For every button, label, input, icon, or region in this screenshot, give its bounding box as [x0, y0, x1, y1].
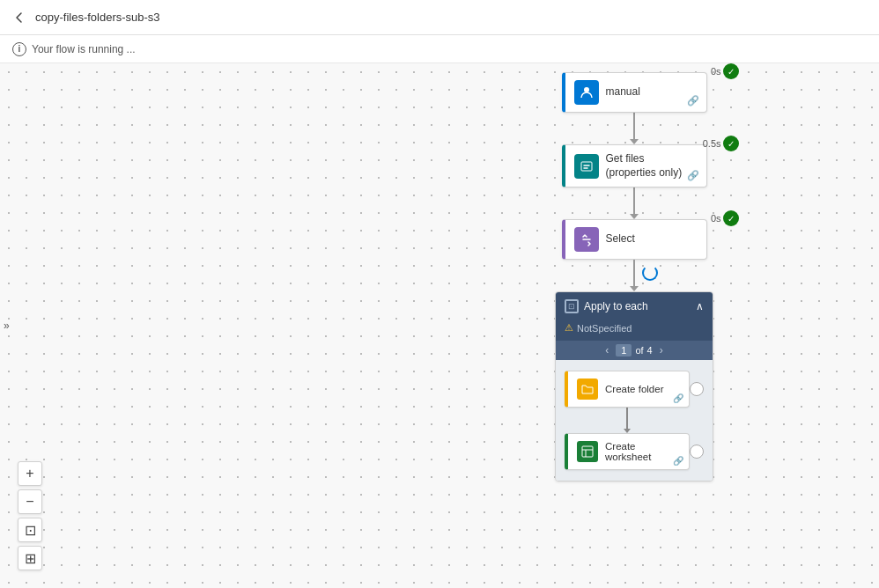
- prev-page-button[interactable]: ‹: [605, 344, 609, 356]
- svg-rect-2: [582, 446, 593, 457]
- svg-point-0: [584, 87, 589, 92]
- warning-text: NotSpecified: [577, 323, 632, 334]
- manual-link-icon: 🔗: [687, 95, 699, 107]
- select-node[interactable]: Select: [562, 219, 707, 260]
- manual-time: 0s: [711, 66, 721, 77]
- apply-each-chevron-icon[interactable]: ∧: [696, 300, 704, 312]
- back-button[interactable]: [11, 9, 28, 26]
- create-worksheet-label: Create worksheet: [605, 441, 680, 462]
- select-label: Select: [606, 232, 635, 246]
- manual-node-wrapper: manual 🔗 0s ✓: [562, 72, 707, 113]
- create-folder-icon: [577, 379, 598, 400]
- create-worksheet-link-icon: 🔗: [673, 456, 683, 466]
- fit-button[interactable]: ⊡: [18, 518, 42, 542]
- select-node-wrapper: Select 0s ✓: [562, 219, 707, 260]
- select-icon: [574, 227, 599, 252]
- select-timing: 0s ✓: [711, 210, 739, 226]
- create-worksheet-node[interactable]: Create worksheet 🔗: [565, 433, 690, 470]
- create-folder-wrapper: Create folder 🔗: [565, 371, 704, 408]
- flow-title: copy-files-folders-sub-s3: [35, 11, 160, 24]
- manual-timing: 0s ✓: [711, 63, 739, 79]
- apply-each-icon: ⊡: [565, 299, 579, 313]
- create-worksheet-icon: [577, 441, 598, 462]
- of-label: of: [635, 345, 643, 356]
- zoom-out-button[interactable]: −: [18, 489, 42, 514]
- get-files-node[interactable]: Get files (properties only) 🔗: [562, 144, 707, 187]
- warning-icon: ⚠: [565, 322, 573, 334]
- apply-each-container: ⊡ Apply to each ∧ ⚠ NotSpecified ‹ 1 of …: [555, 291, 713, 481]
- get-files-time: 0.5s: [703, 138, 721, 149]
- create-worksheet-status: [690, 445, 704, 459]
- map-button[interactable]: ⊞: [18, 546, 42, 570]
- get-files-check: ✓: [723, 136, 739, 151]
- apply-each-header: ⊡ Apply to each ∧: [556, 292, 713, 320]
- create-folder-status: [690, 382, 704, 396]
- top-bar: copy-files-folders-sub-s3: [0, 0, 879, 35]
- manual-icon: [574, 80, 599, 105]
- get-files-icon: [574, 154, 599, 179]
- create-folder-link-icon: 🔗: [673, 393, 683, 403]
- get-files-link-icon: 🔗: [687, 170, 699, 181]
- expand-arrows[interactable]: »: [0, 316, 13, 335]
- next-page-button[interactable]: ›: [660, 344, 663, 356]
- zoom-in-button[interactable]: +: [18, 461, 42, 486]
- svg-rect-1: [581, 162, 592, 171]
- apply-each-warning: ⚠ NotSpecified: [556, 320, 713, 341]
- info-icon: i: [12, 42, 26, 56]
- get-files-timing: 0.5s ✓: [703, 136, 739, 151]
- create-folder-node[interactable]: Create folder 🔗: [565, 371, 690, 408]
- manual-check: ✓: [723, 63, 739, 79]
- running-spinner: [642, 265, 658, 281]
- inner-connector-1: [624, 408, 631, 433]
- get-files-node-wrapper: Get files (properties only) 🔗 0.5s ✓: [562, 144, 707, 187]
- pagination-text: 1 of 4: [616, 344, 652, 356]
- connector-2: [630, 187, 639, 219]
- zoom-controls: + − ⊡ ⊞: [18, 461, 42, 570]
- flow-container: manual 🔗 0s ✓: [555, 72, 713, 481]
- current-page: 1: [616, 344, 632, 356]
- create-worksheet-wrapper: Create worksheet 🔗: [565, 433, 704, 470]
- create-worksheet-row: Create worksheet 🔗: [565, 433, 704, 470]
- connector-1: [630, 113, 639, 144]
- flow-canvas: » manual 🔗 0s ✓: [0, 63, 879, 588]
- status-text: Your flow is running ...: [32, 43, 136, 55]
- total-pages: 4: [647, 345, 653, 356]
- apply-each-pagination: ‹ 1 of 4 ›: [556, 341, 713, 360]
- create-folder-row: Create folder 🔗: [565, 371, 704, 408]
- select-time: 0s: [711, 213, 721, 224]
- apply-each-title-row: ⊡ Apply to each: [565, 299, 648, 313]
- status-bar: i Your flow is running ...: [0, 35, 879, 63]
- select-check: ✓: [723, 210, 739, 226]
- apply-each-label: Apply to each: [584, 300, 648, 312]
- create-folder-label: Create folder: [605, 384, 663, 394]
- manual-label: manual: [606, 85, 640, 99]
- get-files-label: Get files (properties only): [606, 152, 698, 180]
- manual-node[interactable]: manual 🔗: [562, 72, 707, 113]
- connector-3: [630, 260, 639, 291]
- apply-each-body: Create folder 🔗: [556, 360, 713, 481]
